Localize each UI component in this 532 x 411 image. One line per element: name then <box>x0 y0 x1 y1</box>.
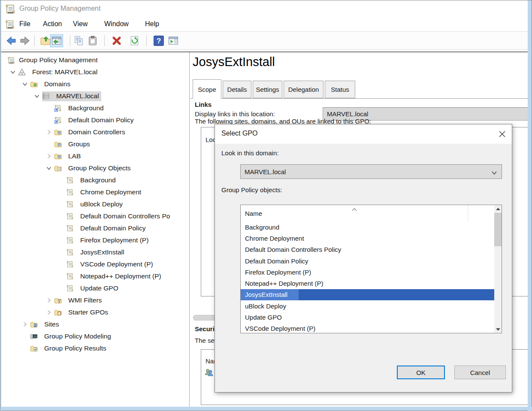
chevron-right-icon[interactable] <box>44 308 54 316</box>
back-icon[interactable] <box>5 34 18 47</box>
tree-item-default-domain-policy[interactable]: Default Domain Policy <box>1 222 189 234</box>
chevron-down-icon[interactable] <box>20 80 30 88</box>
refresh-icon[interactable] <box>128 34 141 47</box>
gpo-icon <box>66 200 79 209</box>
dialog-titlebar: Select GPO <box>215 124 512 144</box>
gpo-list-item-firefox-deployment-p-[interactable]: Firefox Deployment (P) <box>241 266 494 278</box>
tree-item-default-domain-controllers-po[interactable]: Default Domain Controllers Po <box>1 210 189 222</box>
tree-item-update-gpo[interactable]: Update GPO <box>1 282 189 294</box>
tree-item-marvel-local[interactable]: MARVEL.local <box>1 90 189 102</box>
tree-item-notepad-deployment-p-[interactable]: Notepad++ Deployment (P) <box>1 270 189 282</box>
expander-placeholder <box>44 116 54 124</box>
tree-item-background[interactable]: Background <box>1 102 189 114</box>
expander-placeholder <box>20 345 30 352</box>
gpo-list-item-josysextinstall[interactable]: JosysExtInstall <box>241 289 494 300</box>
export-list-icon[interactable] <box>167 34 180 47</box>
tab-details[interactable]: Details <box>223 81 251 98</box>
gpo-list-item-ublock-deploy[interactable]: uBlock Deploy <box>241 300 494 311</box>
domain-combobox[interactable]: MARVEL.local <box>240 164 502 179</box>
tree-item-group-policy-modeling[interactable]: Group Policy Modeling <box>1 330 189 342</box>
ok-button[interactable]: OK <box>397 366 445 379</box>
chevron-down-icon[interactable] <box>44 164 54 172</box>
chevron-right-icon[interactable] <box>44 296 54 304</box>
expander-placeholder <box>44 104 54 112</box>
gpo-list-item-background[interactable]: Background <box>241 221 494 233</box>
gpo-list[interactable]: Name BackgroundChrome DeploymentDefault … <box>240 205 502 333</box>
tree-item-default-domain-policy[interactable]: Default Domain Policy <box>1 114 189 126</box>
tree-item-label: Group Policy Management <box>18 55 100 65</box>
toolbar-separator <box>34 35 35 46</box>
tree-item-vscode-deployment-p-[interactable]: VSCode Deployment (P) <box>1 258 189 270</box>
gpo-title: JosysExtInstall <box>193 55 279 69</box>
tree-item-firefox-deployment-p-[interactable]: Firefox Deployment (P) <box>1 234 189 246</box>
gpmc-window: Group Policy Management FileActionViewWi… <box>0 0 532 411</box>
scroll-up-icon[interactable] <box>494 205 502 212</box>
menu-view[interactable]: View <box>73 20 88 28</box>
tree-item-label: Default Domain Policy <box>79 224 148 233</box>
chevron-down-icon[interactable] <box>32 92 42 100</box>
tab-settings[interactable]: Settings <box>253 81 282 98</box>
console-tree-pane[interactable]: Group Policy ManagementForest: MARVEL.lo… <box>1 52 190 408</box>
scroll-down-icon[interactable] <box>494 326 502 333</box>
tree-item-label: Group Policy Modeling <box>43 332 113 341</box>
help-icon[interactable]: ? <box>152 34 165 47</box>
menu-help[interactable]: Help <box>145 20 159 28</box>
gpo-icon <box>66 284 79 293</box>
paste-icon[interactable] <box>86 34 99 47</box>
svg-text:?: ? <box>157 36 161 45</box>
chevron-right-icon[interactable] <box>44 128 54 136</box>
gpo-list-item-default-domain-policy[interactable]: Default Domain Policy <box>241 255 494 266</box>
forward-icon[interactable] <box>18 34 31 47</box>
tree-item-label: Forest: MARVEL.local <box>31 67 100 77</box>
name-column-header[interactable]: Name <box>245 210 262 217</box>
chevron-right-icon[interactable] <box>20 320 30 328</box>
tree-item-group-policy-objects[interactable]: Group Policy Objects <box>1 162 189 174</box>
gpo-list-item-chrome-deployment[interactable]: Chrome Deployment <box>241 233 494 244</box>
scrollbar-thumb[interactable] <box>494 213 502 246</box>
tree-item-forest-marvel-local[interactable]: Forest: MARVEL.local <box>1 66 189 78</box>
window-border-left <box>0 0 1 411</box>
tree-item-chrome-deployment[interactable]: Chrome Deployment <box>1 186 189 198</box>
gpo-list-item-vscode-deployment-p-[interactable]: VSCode Deployment (P) <box>241 323 494 333</box>
chevron-right-icon[interactable] <box>44 152 54 160</box>
gpo-objects-label: Group Policy objects: <box>221 186 282 193</box>
gpo-list-item-label: Update GPO <box>241 314 282 321</box>
menu-action[interactable]: Action <box>43 20 62 28</box>
tree-item-josysextinstall[interactable]: JosysExtInstall <box>1 246 189 258</box>
tree-item-group-policy-management[interactable]: Group Policy Management <box>1 54 189 66</box>
tab-status[interactable]: Status <box>325 81 355 98</box>
tree-item-starter-gpos[interactable]: Starter GPOs <box>1 306 189 318</box>
menu-bar: FileActionViewWindowHelp <box>1 18 529 32</box>
tree-item-lab[interactable]: LAB <box>1 150 189 162</box>
tree-item-label: Group Policy Objects <box>67 163 133 173</box>
window-border-right <box>528 0 532 411</box>
chevron-down-icon[interactable] <box>8 68 18 76</box>
cancel-button[interactable]: Cancel <box>454 366 506 379</box>
gpo-list-item-notepad-deployment-p-[interactable]: Notepad++ Deployment (P) <box>241 278 494 289</box>
tree-item-groups[interactable]: Groups <box>1 138 189 150</box>
delete-icon[interactable] <box>110 34 123 47</box>
expander-placeholder <box>56 284 66 292</box>
tree-item-label: Default Domain Policy <box>67 115 136 125</box>
tab-scope[interactable]: Scope <box>193 79 221 99</box>
vertical-scrollbar[interactable] <box>494 205 502 333</box>
window-border-bottom <box>0 407 532 411</box>
gpo-list-item-default-domain-controllers-policy[interactable]: Default Domain Controllers Policy <box>241 244 494 255</box>
tree-item-background[interactable]: Background <box>1 174 189 186</box>
tree-item-sites[interactable]: Sites <box>1 318 189 330</box>
gpmc-app-icon <box>5 56 18 64</box>
close-icon[interactable] <box>493 124 512 143</box>
tree-item-ublock-deploy[interactable]: uBlock Deploy <box>1 198 189 210</box>
copy-icon[interactable] <box>73 34 85 47</box>
tab-delegation[interactable]: Delegation <box>284 81 323 98</box>
tree-item-domain-controllers[interactable]: Domain Controllers <box>1 126 189 138</box>
gpo-list-item-label: Firefox Deployment (P) <box>241 269 311 276</box>
gpo-list-header[interactable]: Name <box>241 205 502 221</box>
tree-item-domains[interactable]: Domains <box>1 78 189 90</box>
tree-item-group-policy-results[interactable]: Group Policy Results <box>1 342 189 354</box>
gpo-list-item-update-gpo[interactable]: Update GPO <box>241 311 494 323</box>
tree-item-wmi-filters[interactable]: WMI Filters <box>1 294 189 306</box>
menu-file[interactable]: File <box>19 20 30 28</box>
show-console-tree-icon[interactable] <box>50 34 63 47</box>
menu-window[interactable]: Window <box>104 20 129 28</box>
